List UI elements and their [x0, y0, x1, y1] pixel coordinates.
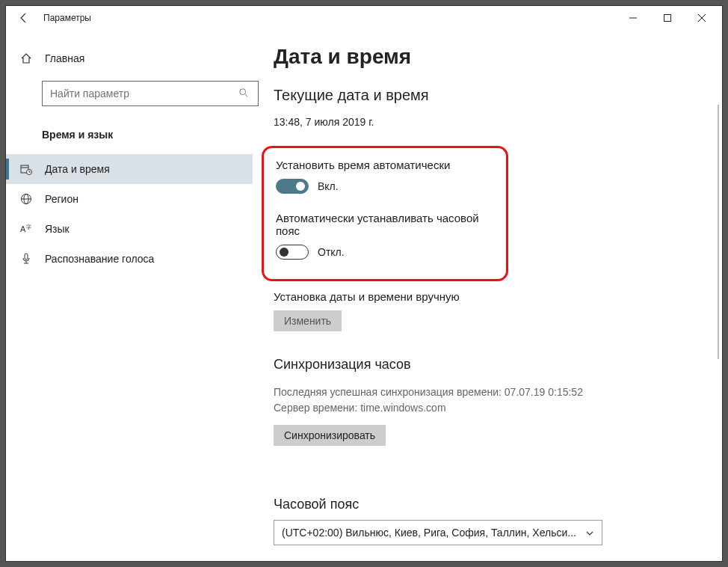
home-nav[interactable]: Главная [6, 45, 253, 72]
minimize-button[interactable] [616, 6, 650, 30]
close-button[interactable] [685, 6, 719, 30]
auto-time-label: Установить время автоматически [276, 159, 494, 171]
window-title: Параметры [43, 13, 91, 23]
sidebar-group-title: Время и язык [6, 112, 253, 154]
microphone-icon [19, 252, 33, 266]
sync-header: Синхронизация часов [274, 357, 701, 373]
home-icon [19, 52, 33, 65]
auto-tz-toggle[interactable] [276, 245, 309, 260]
svg-text:A: A [20, 224, 26, 233]
svg-rect-1 [664, 15, 671, 22]
sidebar-item-language[interactable]: A字 Язык [6, 214, 253, 244]
maximize-button[interactable] [650, 6, 685, 30]
sidebar-item-label: Распознавание голоса [45, 253, 154, 265]
page-title: Дата и время [274, 45, 701, 69]
sidebar-item-label: Регион [45, 193, 78, 205]
sidebar-item-region[interactable]: Регион [6, 184, 253, 214]
manual-set-label: Установка даты и времени вручную [274, 290, 701, 303]
svg-rect-16 [25, 254, 28, 260]
chevron-down-icon [585, 528, 594, 537]
sync-server-line: Сервер времени: time.windows.com [274, 400, 701, 416]
auto-time-state: Вкл. [318, 180, 339, 192]
svg-line-5 [245, 94, 248, 97]
scrollbar[interactable] [718, 105, 719, 359]
sidebar: Главная Время и язык Дата и время [6, 30, 253, 561]
current-datetime-header: Текущие дата и время [274, 87, 701, 104]
home-label: Главная [45, 52, 84, 64]
back-button[interactable] [9, 6, 39, 30]
sync-button[interactable]: Синхронизировать [274, 425, 386, 446]
tz-header: Часовой пояс [274, 497, 701, 512]
sidebar-item-label: Язык [45, 223, 70, 235]
timezone-value: (UTC+02:00) Вильнюс, Киев, Рига, София, … [282, 527, 576, 539]
content-area: Дата и время Текущие дата и время 13:48,… [253, 30, 722, 561]
change-button[interactable]: Изменить [274, 310, 342, 331]
settings-window: Параметры Главная Врем [5, 5, 723, 562]
highlight-box: Установить время автоматически Вкл. Авто… [262, 146, 508, 281]
sidebar-item-date-time[interactable]: Дата и время [6, 154, 253, 184]
globe-icon [19, 192, 33, 206]
auto-tz-state: Откл. [318, 246, 345, 258]
search-field[interactable] [50, 88, 238, 99]
sidebar-item-label: Дата и время [45, 163, 110, 175]
sidebar-item-speech[interactable]: Распознавание голоса [6, 244, 253, 274]
timezone-select[interactable]: (UTC+02:00) Вильнюс, Киев, Рига, София, … [274, 520, 602, 545]
sync-last-line: Последняя успешная синхронизация времени… [274, 384, 701, 400]
titlebar: Параметры [6, 6, 722, 30]
auto-tz-label: Автоматически устанавливать часовой пояс [276, 212, 494, 237]
svg-point-4 [240, 89, 246, 95]
svg-text:字: 字 [26, 224, 31, 230]
search-input[interactable] [42, 81, 259, 106]
search-icon [238, 88, 250, 99]
language-icon: A字 [19, 222, 33, 236]
auto-time-toggle[interactable] [276, 179, 309, 194]
calendar-clock-icon [19, 162, 33, 176]
current-datetime-value: 13:48, 7 июля 2019 г. [274, 116, 701, 128]
